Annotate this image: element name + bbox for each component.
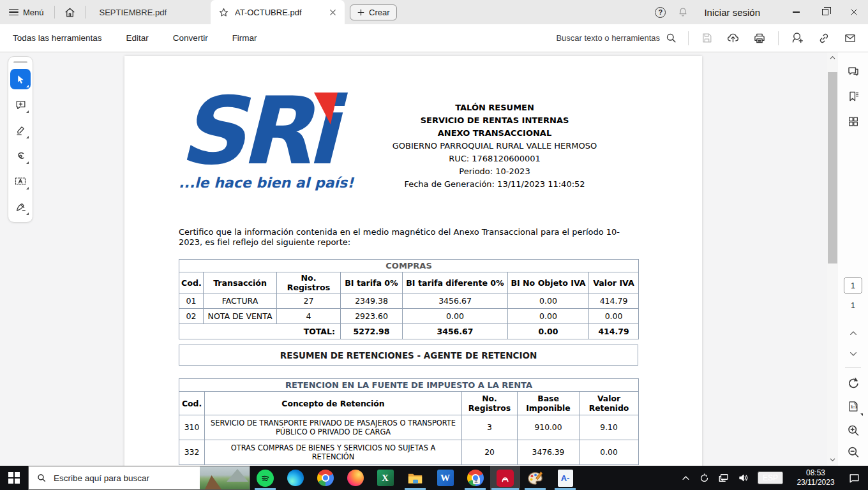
- taskbar-paint[interactable]: [520, 466, 550, 490]
- profile-badge: [473, 477, 480, 484]
- zoom-out-button[interactable]: [844, 443, 862, 461]
- taskbar-excel[interactable]: X: [370, 466, 400, 490]
- sign-in-button[interactable]: Iniciar sesión: [700, 6, 764, 19]
- home-button[interactable]: [61, 4, 79, 21]
- edit-button[interactable]: Editar: [123, 33, 153, 43]
- grid-icon: [847, 115, 859, 128]
- bookmarks-panel-button[interactable]: [845, 88, 862, 105]
- header-line: TALÓN RESUMEN: [335, 101, 654, 114]
- start-button[interactable]: [0, 466, 28, 490]
- zoom-in-button[interactable]: [844, 422, 862, 439]
- search-highlight-image[interactable]: [200, 466, 250, 489]
- notifications-button[interactable]: [675, 4, 691, 20]
- upload-cloud-button[interactable]: [725, 30, 741, 46]
- hamburger-icon: [9, 9, 19, 16]
- fill-sign-icon: [15, 201, 27, 213]
- taskbar-text-document-app[interactable]: A-: [550, 466, 580, 490]
- page-number-input[interactable]: 1: [844, 277, 862, 294]
- file-explorer-icon: [407, 470, 424, 487]
- taskbar-search-input[interactable]: [52, 473, 200, 484]
- scrollbar-thumb[interactable]: [828, 72, 837, 264]
- close-window-button[interactable]: [839, 0, 868, 24]
- clock[interactable]: 08:53 23/11/2023: [791, 468, 840, 487]
- tab-at-octubre[interactable]: AT-OCTUBRE.pdf: [211, 0, 345, 24]
- taskbar-edge[interactable]: [280, 466, 310, 490]
- taskbar-file-explorer[interactable]: [400, 466, 430, 490]
- restore-button[interactable]: [811, 0, 839, 24]
- table-total-row: TOTAL: 5272.98 3456.67 0.00 414.79: [179, 324, 639, 339]
- language-indicator[interactable]: ESP: [758, 471, 783, 484]
- pdf-page[interactable]: SRi ...le hace bien al país! TALÓN RESUM…: [124, 56, 702, 466]
- comments-panel-button[interactable]: [844, 63, 862, 80]
- tray-network-button[interactable]: [718, 472, 730, 484]
- drag-handle[interactable]: [13, 61, 27, 63]
- print-button[interactable]: [752, 31, 767, 46]
- compras-title: COMPRAS: [179, 260, 639, 272]
- col-header: Valor IVA: [589, 272, 639, 293]
- taskbar-chrome[interactable]: [310, 466, 340, 490]
- request-signature-button[interactable]: [789, 30, 805, 46]
- add-text-tool-button[interactable]: [10, 171, 31, 191]
- paint-icon: [527, 470, 544, 487]
- taskbar-spotify[interactable]: [250, 466, 280, 490]
- taskbar-search-box[interactable]: [28, 466, 250, 490]
- save-button[interactable]: [700, 31, 714, 45]
- help-button[interactable]: ?: [652, 4, 668, 20]
- fit-page-button[interactable]: 1:1: [845, 398, 862, 415]
- close-tab-icon[interactable]: [329, 8, 337, 17]
- add-comment-tool-button[interactable]: [10, 94, 31, 115]
- document-workspace: SRi ...le hace bien al país! TALÓN RESUM…: [0, 52, 868, 466]
- header-line: Periodo: 10-2023: [335, 165, 654, 178]
- document-header: TALÓN RESUMEN SERVICIO DE RENTAS INTERNA…: [335, 101, 654, 191]
- upload-cloud-icon: [726, 31, 740, 45]
- draw-tool-button[interactable]: [10, 145, 31, 166]
- menu-button[interactable]: Menú: [5, 5, 48, 20]
- toolbar: Todas las herramientas Editar Convertir …: [0, 24, 868, 52]
- previous-page-button[interactable]: [846, 327, 860, 340]
- fit-page-icon: 1:1: [847, 400, 860, 413]
- table-title-row: RETENCION EN LA FUENTE DE IMPUESTO A LA …: [179, 379, 639, 392]
- select-tool-button[interactable]: [10, 69, 31, 89]
- sync-icon: [699, 473, 710, 484]
- star-icon[interactable]: [218, 7, 229, 18]
- taskbar-acrobat[interactable]: [490, 466, 520, 490]
- tray-sync-button[interactable]: [699, 473, 710, 484]
- action-center-button[interactable]: [848, 472, 860, 484]
- taskbar-firefox[interactable]: [340, 466, 370, 490]
- create-button[interactable]: Crear: [350, 4, 397, 20]
- minimize-icon: [793, 11, 800, 13]
- taskbar-chrome-profile[interactable]: [460, 466, 490, 490]
- table-header-row: Cod. Transacción No. Registros BI tarifa…: [179, 272, 639, 293]
- windows-logo-icon: [8, 472, 20, 484]
- fill-sign-tool-button[interactable]: [10, 197, 31, 217]
- page-thumbnails-button[interactable]: [845, 114, 861, 130]
- header-line: GOBIERNO PARROQUIAL RURAL VALLE HERMOSO: [335, 140, 654, 152]
- col-header: Base Imponible: [518, 392, 580, 415]
- share-link-button[interactable]: [816, 31, 832, 46]
- next-page-button[interactable]: [846, 347, 860, 360]
- sign-button[interactable]: Firmar: [228, 33, 261, 43]
- table-header-row: Cod. Concepto de Retención No. Registros…: [179, 392, 639, 415]
- rotate-page-button[interactable]: [844, 375, 862, 392]
- sri-logo: SRi ...le hace bien al país!: [179, 87, 345, 195]
- tab-septiembre[interactable]: SEPTIEMBRE.pdf: [92, 8, 174, 17]
- minimize-button[interactable]: [782, 0, 811, 24]
- tray-volume-button[interactable]: [738, 472, 749, 484]
- vertical-scrollbar[interactable]: [827, 52, 838, 466]
- home-icon: [64, 6, 76, 19]
- divider: [688, 31, 689, 45]
- svg-text:1:1: 1:1: [850, 405, 857, 409]
- restore-icon: [822, 9, 828, 15]
- scroll-up-arrow[interactable]: [827, 52, 838, 63]
- chevron-up-icon: [848, 329, 858, 338]
- hidden-icons-button[interactable]: [681, 473, 691, 483]
- highlight-tool-button[interactable]: [10, 120, 31, 140]
- scroll-down-arrow[interactable]: [827, 454, 838, 464]
- convert-button[interactable]: Convertir: [169, 33, 212, 43]
- email-button[interactable]: [842, 31, 858, 46]
- taskbar-word[interactable]: W: [430, 466, 460, 490]
- action-center-icon: [848, 472, 860, 484]
- all-tools-button[interactable]: Todas las herramientas: [9, 33, 106, 43]
- search-tools-button[interactable]: Buscar texto o herramientas: [556, 32, 677, 44]
- word-icon: W: [437, 470, 454, 486]
